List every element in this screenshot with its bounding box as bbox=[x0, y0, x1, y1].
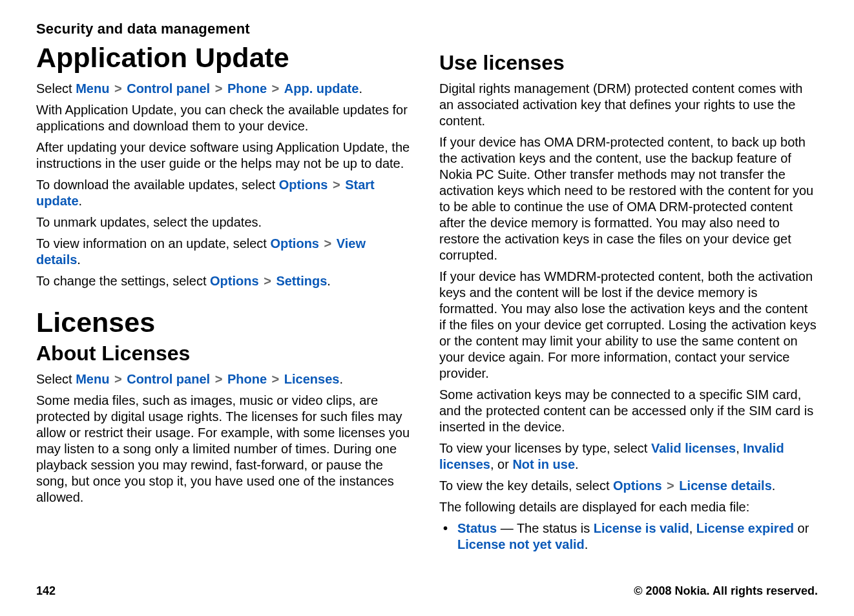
text: , bbox=[736, 441, 743, 455]
details-list: Status — The status is License is valid,… bbox=[439, 520, 817, 553]
nav-menu: Menu bbox=[76, 372, 109, 386]
kw-license-expired: License expired bbox=[696, 521, 794, 535]
kw-license-is-valid: License is valid bbox=[594, 521, 689, 535]
left-column: Application Update Select Menu > Control… bbox=[36, 40, 413, 553]
text: , or bbox=[490, 457, 512, 471]
text: To view your licenses by type, select bbox=[439, 441, 651, 455]
text: . bbox=[585, 537, 588, 551]
kw-settings: Settings bbox=[276, 274, 327, 288]
nav-phone: Phone bbox=[227, 81, 267, 96]
nav-sep: > bbox=[271, 81, 281, 96]
two-column-layout: Application Update Select Menu > Control… bbox=[36, 40, 818, 553]
kw-options: Options bbox=[270, 236, 319, 251]
heading-application-update: Application Update bbox=[36, 43, 413, 73]
section-header: Security and data management bbox=[36, 21, 818, 37]
nav-control-panel: Control panel bbox=[127, 372, 210, 386]
kw-options: Options bbox=[279, 178, 328, 192]
paragraph: To view information on an update, select… bbox=[36, 236, 413, 268]
paragraph: Some activation keys may be connected to… bbox=[439, 387, 817, 435]
paragraph: To download the available updates, selec… bbox=[36, 177, 413, 209]
nav-sep: > bbox=[214, 372, 224, 386]
text: . bbox=[772, 478, 776, 493]
text: — The status is bbox=[497, 521, 594, 535]
text: . bbox=[575, 457, 579, 471]
nav-sep: > bbox=[259, 274, 276, 288]
paragraph: To view the key details, select Options … bbox=[439, 478, 817, 494]
nav-app-update: App. update bbox=[284, 81, 359, 96]
heading-about-licenses: About Licenses bbox=[36, 342, 413, 365]
text: To view information on an update, select bbox=[36, 236, 270, 251]
nav-sep: > bbox=[113, 81, 123, 96]
text: . bbox=[77, 252, 81, 267]
paragraph: If your device has OMA DRM-protected con… bbox=[439, 134, 817, 263]
text: . bbox=[327, 274, 331, 288]
text: Select bbox=[36, 372, 76, 386]
paragraph: After updating your device software usin… bbox=[36, 139, 413, 172]
nav-sep: > bbox=[319, 236, 337, 251]
nav-sep: > bbox=[271, 372, 281, 386]
text: . bbox=[339, 372, 343, 386]
right-column: Use licenses Digital rights management (… bbox=[439, 40, 817, 553]
paragraph: Some media files, such as images, music … bbox=[36, 393, 413, 506]
nav-licenses: Licenses bbox=[284, 372, 340, 386]
text: . bbox=[359, 81, 362, 96]
paragraph: Digital rights management (DRM) protecte… bbox=[439, 81, 817, 129]
text: Select bbox=[36, 81, 76, 96]
paragraph: With Application Update, you can check t… bbox=[36, 102, 413, 134]
paragraph: To unmark updates, select the updates. bbox=[36, 214, 413, 231]
nav-path-app-update: Select Menu > Control panel > Phone > Ap… bbox=[36, 81, 413, 97]
text: To view the key details, select bbox=[439, 478, 613, 493]
kw-status: Status bbox=[457, 521, 497, 535]
paragraph: If your device has WMDRM-protected conte… bbox=[439, 269, 817, 382]
copyright: © 2008 Nokia. All rights reserved. bbox=[634, 584, 818, 598]
text: , bbox=[689, 521, 696, 535]
nav-menu: Menu bbox=[76, 81, 109, 96]
page-footer: 142 © 2008 Nokia. All rights reserved. bbox=[36, 584, 818, 598]
kw-license-not-yet-valid: License not yet valid bbox=[457, 537, 585, 551]
page-number: 142 bbox=[36, 584, 56, 598]
nav-sep: > bbox=[328, 178, 345, 192]
nav-path-licenses: Select Menu > Control panel > Phone > Li… bbox=[36, 371, 413, 387]
text: or bbox=[794, 521, 809, 535]
list-item: Status — The status is License is valid,… bbox=[439, 520, 817, 553]
text: To download the available updates, selec… bbox=[36, 178, 279, 192]
nav-sep: > bbox=[214, 81, 224, 96]
kw-valid-licenses: Valid licenses bbox=[651, 441, 736, 455]
heading-licenses: Licenses bbox=[36, 307, 413, 338]
kw-options: Options bbox=[613, 478, 662, 493]
heading-use-licenses: Use licenses bbox=[439, 52, 817, 74]
nav-sep: > bbox=[113, 372, 123, 386]
kw-not-in-use: Not in use bbox=[512, 457, 575, 471]
paragraph: To change the settings, select Options >… bbox=[36, 273, 413, 289]
text: To change the settings, select bbox=[36, 274, 210, 288]
text: . bbox=[79, 194, 83, 208]
document-page: Security and data management Application… bbox=[0, 0, 854, 616]
nav-sep: > bbox=[662, 478, 680, 493]
paragraph: To view your licenses by type, select Va… bbox=[439, 440, 817, 473]
nav-phone: Phone bbox=[227, 372, 267, 386]
kw-license-details: License details bbox=[679, 478, 771, 493]
nav-control-panel: Control panel bbox=[127, 81, 210, 96]
paragraph: The following details are displayed for … bbox=[439, 499, 817, 515]
kw-options: Options bbox=[210, 274, 259, 288]
